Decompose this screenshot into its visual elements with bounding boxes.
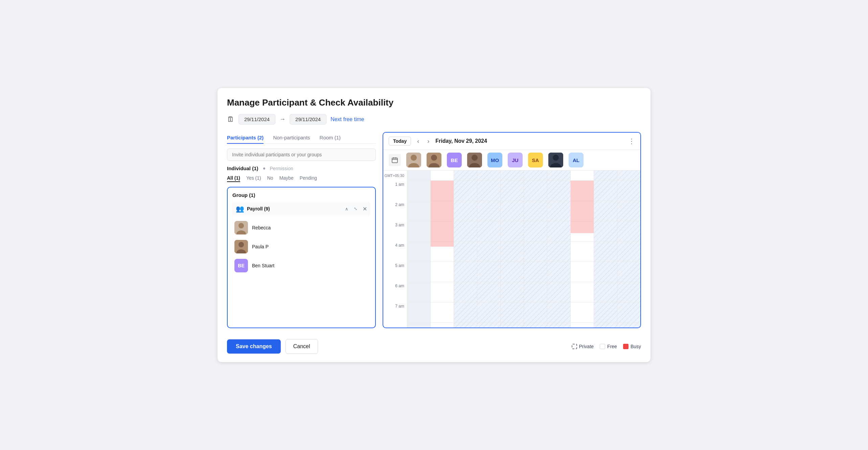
page-title: Manage Participant & Check Availability	[227, 97, 641, 108]
time-4am: 4 am	[383, 242, 407, 262]
day-col-4	[477, 171, 500, 328]
filter-tabs: All (1) Yes (1) No Maybe Pending	[227, 175, 376, 182]
next-button[interactable]: ›	[425, 137, 431, 145]
cancel-button[interactable]: Cancel	[285, 339, 318, 354]
day-col-1	[407, 171, 430, 328]
svg-point-1	[238, 223, 244, 228]
calendar-date-label: Friday, Nov 29, 2024	[435, 138, 624, 144]
legend-busy: Busy	[623, 344, 641, 349]
individual-header: Individual (1) Permission	[227, 165, 376, 171]
day-col-9	[594, 171, 617, 328]
group-icon: 👥	[236, 205, 244, 213]
more-options-button[interactable]: ⋮	[628, 137, 635, 145]
time-1am: 1 am	[383, 181, 407, 201]
timezone-label: GMT+05:30	[383, 171, 407, 181]
time-6am: 6 am	[383, 282, 407, 302]
strip-avatar-mo: MO	[487, 153, 502, 167]
left-panel: Participants (2) Non-participants Room (…	[227, 132, 383, 328]
group-name: Payroll (9)	[247, 206, 342, 211]
filter-tab-all[interactable]: All (1)	[227, 175, 240, 182]
member-name: Paula P	[252, 244, 269, 249]
today-button[interactable]: Today	[389, 137, 411, 145]
calendar-clock-icon: 🗓	[227, 115, 234, 124]
day-col-7	[547, 171, 570, 328]
filter-tab-yes[interactable]: Yes (1)	[246, 175, 261, 182]
strip-avatar-sa: SA	[528, 153, 543, 167]
strip-avatar-al: AL	[569, 153, 584, 167]
svg-point-11	[411, 155, 417, 161]
footer-left: Save changes Cancel	[227, 339, 318, 354]
avatar: BE	[234, 259, 248, 272]
free-icon	[600, 344, 605, 349]
tab-non-participants[interactable]: Non-participants	[273, 132, 310, 144]
save-button[interactable]: Save changes	[227, 339, 281, 354]
day-col-3	[454, 171, 477, 328]
legend-private: Private	[572, 344, 594, 349]
avatar	[234, 221, 248, 234]
tab-participants[interactable]: Participants (2)	[227, 132, 264, 144]
busy-icon	[623, 344, 629, 349]
arrow-icon: →	[279, 116, 285, 123]
avatar	[234, 240, 248, 253]
legend-private-label: Private	[579, 344, 594, 349]
svg-point-17	[472, 155, 478, 161]
content-area: Participants (2) Non-participants Room (…	[227, 132, 641, 328]
day-col-2	[430, 171, 454, 328]
strip-avatar-paula	[427, 153, 441, 167]
day-col-8	[570, 171, 594, 328]
member-name: Rebecca	[252, 225, 271, 230]
permission-label: Permission	[270, 166, 293, 171]
time-5am: 5 am	[383, 262, 407, 282]
participants-strip: BE MO JU SA AL	[383, 150, 640, 171]
expand-icon[interactable]: ⤡	[354, 206, 357, 211]
date-bar: 🗓 29/11/2024 → 29/11/2024 Next free time	[227, 114, 641, 125]
strip-avatar-man	[467, 153, 482, 167]
time-3am: 3 am	[383, 221, 407, 242]
day-col-10	[617, 171, 640, 328]
legend-free-label: Free	[607, 344, 617, 349]
svg-point-14	[431, 155, 437, 161]
next-free-time-link[interactable]: Next free time	[330, 116, 364, 122]
calendar-grid: GMT+05:30 1 am 2 am 3 am 4 am 5 am 6 am …	[383, 171, 640, 328]
filter-tab-pending[interactable]: Pending	[300, 175, 317, 182]
search-input[interactable]	[227, 149, 376, 161]
tab-room[interactable]: Room (1)	[320, 132, 341, 144]
columns-area	[407, 171, 640, 328]
prev-button[interactable]: ‹	[415, 137, 421, 145]
private-icon	[572, 344, 577, 349]
time-column: GMT+05:30 1 am 2 am 3 am 4 am 5 am 6 am …	[383, 171, 407, 328]
strip-avatar-rebecca	[406, 153, 421, 167]
calendar-header: Today ‹ › Friday, Nov 29, 2024 ⋮	[383, 133, 640, 150]
list-item: BE Ben Stuart	[232, 257, 370, 274]
member-list: Rebecca Paula P BE Ben Stuart	[232, 220, 370, 274]
group-box: Group (1) 👥 Payroll (9) ∧ ⤡ ✕	[227, 187, 376, 328]
svg-rect-6	[392, 158, 397, 163]
individual-label: Individual (1)	[227, 165, 258, 171]
date-from[interactable]: 29/11/2024	[238, 114, 275, 125]
chevron-up-icon[interactable]: ∧	[345, 206, 348, 211]
day-col-6	[524, 171, 547, 328]
strip-avatar-dark	[548, 153, 563, 167]
list-item: Paula P	[232, 239, 370, 255]
calendar-icon	[389, 154, 401, 166]
filter-tab-maybe[interactable]: Maybe	[279, 175, 294, 182]
filter-tab-no[interactable]: No	[267, 175, 273, 182]
svg-point-4	[238, 242, 244, 247]
dot-separator	[263, 167, 265, 170]
time-7am: 7 am	[383, 302, 407, 323]
day-col-5	[500, 171, 524, 328]
tabs-row: Participants (2) Non-participants Room (…	[227, 132, 376, 144]
group-header: Group (1)	[232, 192, 370, 198]
legend: Private Free Busy	[572, 344, 641, 349]
legend-free: Free	[600, 344, 617, 349]
svg-point-20	[553, 155, 559, 161]
date-to[interactable]: 29/11/2024	[290, 114, 326, 125]
calendar-panel: Today ‹ › Friday, Nov 29, 2024 ⋮	[383, 132, 641, 328]
strip-avatar-be: BE	[447, 153, 462, 167]
group-row: 👥 Payroll (9) ∧ ⤡ ✕	[232, 202, 370, 216]
footer: Save changes Cancel Private Free Busy	[227, 332, 641, 362]
strip-avatar-ju: JU	[508, 153, 523, 167]
time-2am: 2 am	[383, 201, 407, 221]
legend-busy-label: Busy	[631, 344, 641, 349]
close-group-button[interactable]: ✕	[363, 206, 367, 212]
